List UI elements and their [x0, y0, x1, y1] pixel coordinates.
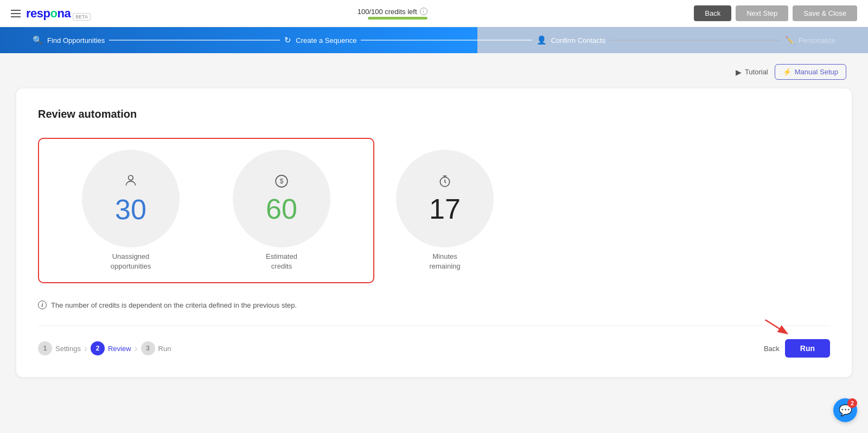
red-arrow-indicator [765, 320, 792, 336]
chat-badge: 2 [847, 398, 857, 408]
line-2 [361, 40, 532, 41]
sub-step-num-2: 2 [91, 341, 105, 355]
find-label: Find Opportunities [47, 36, 105, 44]
personalize-icon: ✏️ [785, 36, 794, 44]
nav-left: respona BETA [11, 7, 91, 21]
progress-step-confirm[interactable]: 👤 Confirm Contacts [537, 35, 605, 45]
sub-step-run[interactable]: 3 Run [141, 341, 171, 355]
svg-point-0 [129, 175, 133, 180]
confirm-label: Confirm Contacts [551, 36, 605, 44]
sub-step-label-run: Run [158, 345, 171, 353]
metrics-row: 30 Unassignedopportunities $ 60 [38, 138, 830, 283]
timer-icon [438, 174, 452, 190]
credits-text: 100/100 credits left [358, 8, 417, 16]
tutorial-label: Tutorial [745, 68, 768, 76]
minutes-label: Minutesremaining [429, 252, 460, 271]
info-note-text: The number of credits is dependent on th… [51, 301, 297, 309]
metric-credits: $ 60 Estimatedcredits [233, 150, 330, 271]
sub-step-settings[interactable]: 1 Settings [38, 341, 81, 355]
unassigned-value: 30 [115, 195, 146, 224]
logo-text: respona [26, 7, 71, 21]
progress-step-personalize[interactable]: ✏️ Personalize [785, 36, 835, 44]
svg-text:$: $ [280, 177, 284, 185]
top-nav: respona BETA 100/100 credits left i Back… [0, 0, 868, 27]
metric-minutes: 17 Minutesremaining [396, 150, 494, 271]
logo-area: respona BETA [26, 7, 91, 21]
credits-bar [368, 17, 427, 20]
sub-step-num-1: 1 [38, 341, 52, 355]
top-actions: ▶ Tutorial ⚡ Manual Setup [16, 64, 852, 80]
card-footer: 1 Settings › 2 Review › 3 Run [38, 326, 830, 358]
nav-right: Back Next Step Save & Close [694, 5, 857, 21]
credits-label: Estimatedcredits [266, 252, 297, 271]
progress-inner: 🔍 Find Opportunities ↻ Create a Sequence… [0, 27, 868, 53]
footer-back-button[interactable]: Back [764, 345, 780, 353]
progress-step-find[interactable]: 🔍 Find Opportunities [33, 35, 105, 45]
create-label: Create a Sequence [296, 36, 356, 44]
tutorial-button[interactable]: ▶ Tutorial [736, 68, 768, 77]
personalize-label: Personalize [799, 36, 835, 44]
footer-right: Back Run [764, 339, 830, 358]
card-title: Review automation [38, 108, 830, 120]
back-button[interactable]: Back [694, 5, 731, 21]
confirm-icon: 👤 [537, 35, 547, 45]
sub-steps: 1 Settings › 2 Review › 3 Run [38, 341, 171, 355]
line-1 [109, 40, 280, 41]
next-step-button[interactable]: Next Step [736, 5, 788, 21]
person-icon [124, 174, 138, 191]
dollar-icon: $ [275, 174, 289, 190]
line-3 [610, 40, 781, 41]
unassigned-label: Unassignedopportunities [111, 252, 151, 271]
metric-circle-unassigned: 30 [82, 150, 180, 247]
credits-bar-wrap: 100/100 credits left i [358, 8, 427, 20]
manual-setup-button[interactable]: ⚡ Manual Setup [775, 64, 846, 80]
review-card: Review automation 30 Un [16, 88, 852, 377]
play-icon: ▶ [736, 68, 742, 77]
save-close-button[interactable]: Save & Close [793, 5, 857, 21]
sub-step-num-3: 3 [141, 341, 155, 355]
main-content: ▶ Tutorial ⚡ Manual Setup Review automat… [0, 53, 868, 388]
sub-step-label-settings: Settings [55, 345, 81, 353]
beta-badge: BETA [73, 13, 91, 21]
sub-step-arrow-2: › [135, 343, 138, 354]
sub-step-review[interactable]: 2 Review [91, 341, 131, 355]
credits-value: 60 [266, 195, 297, 223]
metric-circle-minutes: 17 [396, 150, 494, 247]
manual-setup-label: Manual Setup [795, 68, 838, 76]
nav-center: 100/100 credits left i [358, 8, 427, 20]
info-circle-icon: i [38, 301, 47, 309]
svg-line-5 [765, 320, 784, 332]
info-icon: i [420, 8, 427, 15]
find-icon: 🔍 [33, 35, 43, 45]
minutes-value: 17 [429, 195, 461, 223]
info-note: i The number of credits is dependent on … [38, 301, 830, 309]
hamburger-icon[interactable] [11, 10, 21, 17]
red-box-highlight: 30 Unassignedopportunities $ 60 [38, 138, 374, 283]
metric-circle-credits: $ 60 [233, 150, 330, 247]
metric-unassigned: 30 Unassignedopportunities [82, 150, 180, 271]
chat-bubble[interactable]: 💬 2 [833, 398, 857, 422]
sub-step-arrow-1: › [84, 343, 87, 354]
run-button[interactable]: Run [785, 339, 830, 358]
progress-bar: 🔍 Find Opportunities ↻ Create a Sequence… [0, 27, 868, 53]
sub-step-label-review: Review [108, 345, 131, 353]
flash-icon: ⚡ [783, 68, 792, 76]
progress-steps: 🔍 Find Opportunities ↻ Create a Sequence… [33, 35, 835, 45]
create-icon: ↻ [284, 35, 291, 45]
progress-step-create[interactable]: ↻ Create a Sequence [284, 35, 356, 45]
credits-bar-fill [368, 17, 427, 20]
